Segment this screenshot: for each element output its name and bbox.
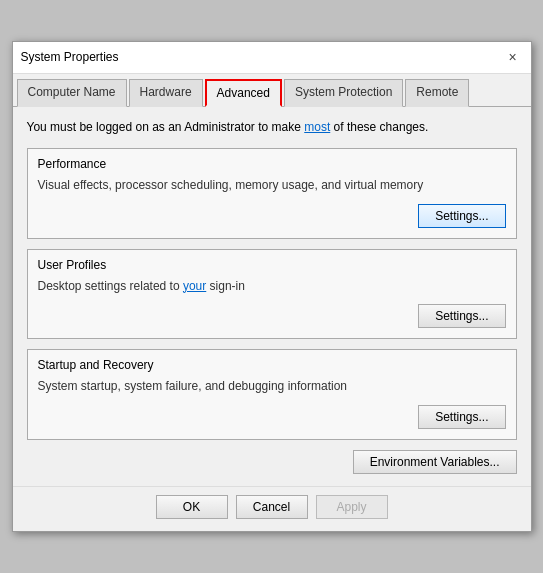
cancel-button[interactable]: Cancel — [236, 495, 308, 519]
tab-hardware[interactable]: Hardware — [129, 79, 203, 107]
startup-recovery-title: Startup and Recovery — [38, 358, 506, 372]
system-properties-window: System Properties × Computer Name Hardwa… — [12, 41, 532, 532]
user-profiles-section: User Profiles Desktop settings related t… — [27, 249, 517, 340]
env-vars-row: Environment Variables... — [27, 450, 517, 474]
performance-description: Visual effects, processor scheduling, me… — [38, 177, 506, 194]
user-profiles-settings-button[interactable]: Settings... — [418, 304, 505, 328]
title-bar: System Properties × — [13, 42, 531, 74]
window-title: System Properties — [21, 50, 119, 64]
performance-title: Performance — [38, 157, 506, 171]
user-profiles-footer: Settings... — [38, 304, 506, 328]
performance-section: Performance Visual effects, processor sc… — [27, 148, 517, 239]
admin-notice: You must be logged on as an Administrato… — [27, 119, 517, 136]
tab-bar: Computer Name Hardware Advanced System P… — [13, 74, 531, 107]
startup-recovery-footer: Settings... — [38, 405, 506, 429]
ok-button[interactable]: OK — [156, 495, 228, 519]
startup-recovery-section: Startup and Recovery System startup, sys… — [27, 349, 517, 440]
env-vars-button[interactable]: Environment Variables... — [353, 450, 517, 474]
main-content: You must be logged on as an Administrato… — [13, 107, 531, 486]
user-profiles-title: User Profiles — [38, 258, 506, 272]
tab-system-protection[interactable]: System Protection — [284, 79, 403, 107]
admin-notice-text-after: of these changes. — [330, 120, 428, 134]
tab-advanced[interactable]: Advanced — [205, 79, 282, 107]
startup-recovery-settings-button[interactable]: Settings... — [418, 405, 505, 429]
close-button[interactable]: × — [503, 47, 523, 67]
performance-settings-button[interactable]: Settings... — [418, 204, 505, 228]
startup-recovery-description: System startup, system failure, and debu… — [38, 378, 506, 395]
admin-notice-highlight: most — [304, 120, 330, 134]
dialog-footer: OK Cancel Apply — [13, 486, 531, 531]
user-profiles-highlight: your — [183, 279, 206, 293]
tab-computer-name[interactable]: Computer Name — [17, 79, 127, 107]
user-profiles-desc-after: sign-in — [206, 279, 245, 293]
user-profiles-description: Desktop settings related to your sign-in — [38, 278, 506, 295]
tab-remote[interactable]: Remote — [405, 79, 469, 107]
performance-footer: Settings... — [38, 204, 506, 228]
admin-notice-text-before: You must be logged on as an Administrato… — [27, 120, 305, 134]
apply-button: Apply — [316, 495, 388, 519]
user-profiles-desc-before: Desktop settings related to — [38, 279, 183, 293]
